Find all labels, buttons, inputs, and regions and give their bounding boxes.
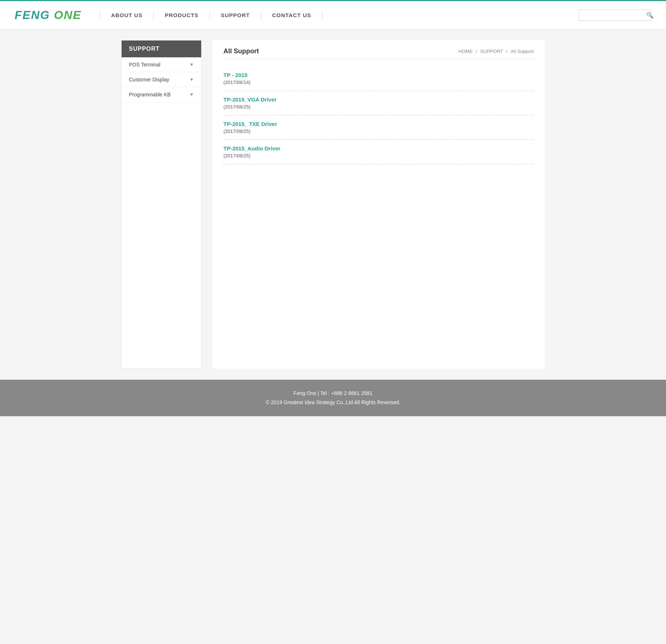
- search-box: 🔍: [578, 9, 651, 21]
- nav-divider-5: [322, 12, 322, 19]
- breadcrumb: HOME / SUPPORT / All Support: [458, 49, 534, 54]
- main-container: SUPPORT POS Terminal ▼ Customer Display …: [114, 40, 552, 369]
- header: FENG ONE ABOUT US PRODUCTS SUPPORT CONTA…: [0, 0, 666, 29]
- sidebar-item-customer-display-label: Customer Display: [129, 77, 169, 83]
- logo-part2: ONE: [54, 8, 81, 22]
- search-input[interactable]: [582, 12, 646, 18]
- footer-line2: © 2019 Greatest Idea Strategy Co.,Ltd Al…: [0, 398, 666, 407]
- breadcrumb-sep-2: /: [506, 49, 509, 54]
- support-item-2-date: (2017/08/25): [223, 129, 534, 134]
- sidebar-item-pos-terminal[interactable]: POS Terminal ▼: [122, 57, 201, 72]
- support-item-1-date: (2017/08/25): [223, 104, 534, 110]
- support-item-2: TP-2015_ TXE Driver (2017/08/25): [223, 115, 534, 140]
- nav-divider-3: [210, 12, 210, 19]
- support-item-3: TP-2015_Audio Driver (2017/08/25): [223, 140, 534, 164]
- sidebar: SUPPORT POS Terminal ▼ Customer Display …: [121, 40, 202, 369]
- nav-about-us[interactable]: ABOUT US: [104, 12, 150, 18]
- support-item-3-title[interactable]: TP-2015_Audio Driver: [223, 145, 534, 152]
- support-item-0: TP - 2015 (2017/08/14): [223, 66, 534, 91]
- nav-contact-us[interactable]: CONTACT US: [265, 12, 318, 18]
- breadcrumb-sep-1: /: [476, 49, 478, 54]
- sidebar-item-programmable-kb[interactable]: Programmable KB ▼: [122, 87, 201, 102]
- page-title: All Support: [223, 47, 259, 55]
- chevron-down-icon-kb: ▼: [190, 92, 194, 97]
- nav-products[interactable]: PRODUCTS: [157, 12, 206, 18]
- support-item-3-date: (2017/08/25): [223, 153, 534, 158]
- footer: Feng One | Tel : +886 2 8661 2581 © 2019…: [0, 380, 666, 416]
- footer-line1: Feng One | Tel : +886 2 8661 2581: [0, 389, 666, 398]
- breadcrumb-support[interactable]: SUPPORT: [480, 49, 503, 54]
- sidebar-item-customer-display[interactable]: Customer Display ▼: [122, 72, 201, 87]
- chevron-down-icon-customer: ▼: [190, 77, 194, 82]
- content-header: All Support HOME / SUPPORT / All Support: [223, 47, 534, 59]
- nav-support[interactable]: SUPPORT: [214, 12, 257, 18]
- main-nav: ABOUT US PRODUCTS SUPPORT CONTACT US: [96, 12, 578, 19]
- nav-divider-1: [100, 12, 100, 19]
- support-item-0-date: (2017/08/14): [223, 80, 534, 85]
- chevron-down-icon-pos: ▼: [190, 62, 194, 67]
- content-area: All Support HOME / SUPPORT / All Support…: [213, 40, 545, 369]
- sidebar-item-pos-terminal-label: POS Terminal: [129, 62, 160, 68]
- support-item-0-title[interactable]: TP - 2015: [223, 72, 534, 78]
- support-item-2-title[interactable]: TP-2015_ TXE Driver: [223, 121, 534, 127]
- search-button[interactable]: 🔍: [646, 12, 654, 19]
- sidebar-item-programmable-kb-label: Programmable KB: [129, 92, 171, 97]
- logo-part1: FENG: [15, 8, 54, 22]
- logo[interactable]: FENG ONE: [15, 8, 81, 22]
- nav-divider-4: [261, 12, 261, 19]
- support-item-1: TP-2015_VGA Driver (2017/08/25): [223, 91, 534, 115]
- breadcrumb-current: All Support: [510, 49, 534, 54]
- sidebar-header: SUPPORT: [122, 41, 201, 57]
- breadcrumb-home[interactable]: HOME: [458, 49, 472, 54]
- nav-divider-2: [153, 12, 154, 19]
- support-item-1-title[interactable]: TP-2015_VGA Driver: [223, 96, 534, 103]
